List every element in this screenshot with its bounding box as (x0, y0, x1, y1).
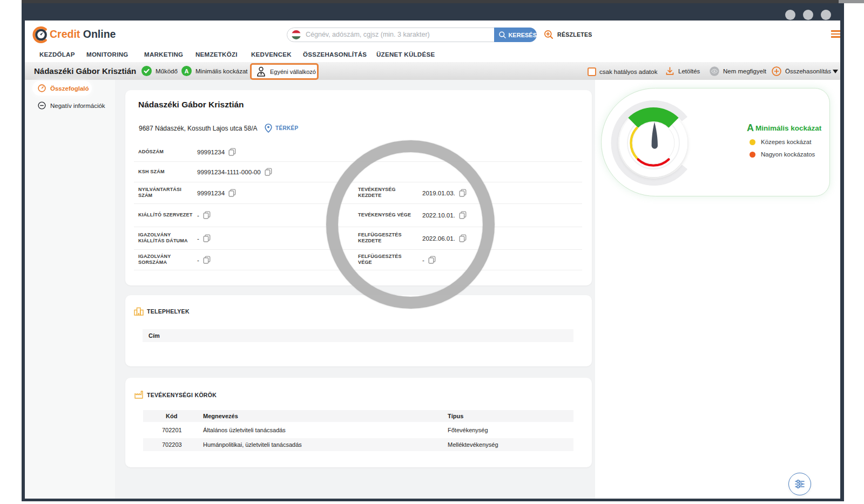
svg-text:A: A (185, 68, 189, 74)
